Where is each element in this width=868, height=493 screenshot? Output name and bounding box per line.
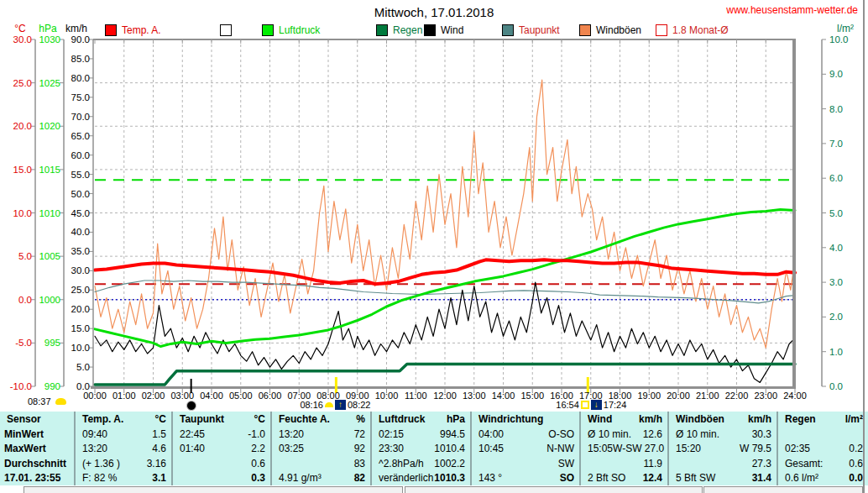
- cell-detail: 23:30: [379, 443, 404, 454]
- pressure-axis-tick-label: 990: [44, 381, 60, 391]
- table-cell: 23:301010.4: [372, 442, 470, 457]
- pressure-axis-tick-label: 995: [44, 338, 60, 348]
- wind-axis-tick-label: 5.0: [76, 362, 90, 372]
- column-header: Sensor: [7, 413, 41, 425]
- cell-value: 3.16: [120, 458, 166, 469]
- day-length-value: 08:37: [28, 396, 51, 406]
- chart-canvas: 30.025.020.015.010.05.00.0-5.0-10.010301…: [0, 0, 868, 412]
- pressure-axis-tick-label: 1010: [39, 208, 60, 218]
- cell-value: 12.6: [631, 428, 662, 440]
- row-label: 17.01. 23:55: [0, 471, 74, 486]
- sunrise-icon: [325, 402, 333, 407]
- column-unit: hPa: [425, 413, 465, 425]
- table-cell: 4.91 g/m³82: [272, 471, 370, 486]
- bottom-panel-strip: [0, 486, 868, 493]
- cell-value: 0.6: [823, 458, 863, 469]
- cell-detail: 09:40: [82, 428, 107, 440]
- table-column-sensor: SensorMinWertMaxWertDurchschnitt17.01. 2…: [0, 412, 74, 485]
- temp-axis-tick-label: 5.0: [18, 251, 32, 261]
- wind-axis-tick-label: 40.0: [71, 227, 90, 237]
- rain-axis-tick-label: 8.0: [829, 104, 843, 114]
- cell-value: O-SO: [504, 428, 574, 440]
- rain-axis-tick-label: 5.0: [829, 208, 843, 218]
- table-header-cell: Windböenkm/h: [669, 412, 776, 427]
- column-unit: km/h: [612, 413, 662, 425]
- table-column-windb-en: Windböenkm/hØ 10 min.30.315:20W 79.527.3…: [667, 412, 776, 485]
- cell-value: W-SW 27.0: [613, 443, 664, 454]
- wind-axis-tick-label: 25.0: [71, 285, 90, 295]
- panel-strip-segment: [703, 486, 863, 493]
- wind-axis-tick-label: 90.0: [71, 34, 90, 45]
- table-cell: 0.6: [173, 456, 270, 471]
- column-unit: %: [330, 413, 365, 425]
- temp-axis-title: °C: [14, 23, 26, 34]
- cell-value: SO: [502, 472, 574, 484]
- cell-detail: 01:40: [180, 443, 205, 454]
- table-cell: ^2.8hPa/h1002.2: [372, 456, 470, 471]
- cell-value: 31.4: [715, 472, 771, 484]
- table-header-cell: Temp. A.°C: [76, 412, 171, 427]
- cell-detail: Ø 10 min.: [588, 428, 631, 440]
- wind-axis-tick-label: 75.0: [71, 92, 90, 102]
- table-cell: 02:15994.5: [372, 427, 470, 442]
- cell-detail: 04:00: [478, 428, 504, 440]
- cell-detail: 143 °: [478, 472, 502, 484]
- moonrise-icon: ↑: [335, 400, 346, 410]
- column-header: Feuchte A.: [279, 413, 330, 425]
- table-column-temp-a-: Temp. A.°C09:401.513:204.6(+ 1.36 )3.16F…: [74, 412, 171, 485]
- cell-value: 1010.3: [433, 472, 465, 484]
- column-header: Luftdruck: [379, 413, 425, 425]
- table-cell: veränderlich1010.3: [372, 471, 470, 486]
- rain-axis-tick-label: 2.0: [829, 312, 843, 322]
- temp-axis-tick-label: 10.0: [13, 208, 32, 218]
- cell-detail: veränderlich: [379, 472, 433, 484]
- temp-axis-tick-label: 15.0: [13, 165, 32, 175]
- wind-axis-tick-label: 10.0: [71, 343, 90, 353]
- table-header-cell: Sensor: [0, 412, 74, 427]
- cell-value: N-NW: [504, 443, 574, 454]
- column-unit: l/m²: [816, 413, 863, 425]
- cell-detail: 03:25: [279, 443, 304, 454]
- cell-detail: 13:20: [279, 428, 304, 440]
- cell-value: 4.6: [107, 443, 166, 454]
- table-column-feuchte-a-: Feuchte A.%13:207203:2592834.91 g/m³82: [270, 412, 370, 485]
- cell-value: 2.2: [205, 443, 265, 454]
- cell-value: 0.3: [180, 472, 265, 484]
- column-unit: °C: [224, 413, 265, 425]
- wind-axis-title: km/h: [65, 23, 87, 34]
- temp-axis-tick-label: 25.0: [13, 78, 32, 88]
- rain-axis-tick-label: 4.0: [829, 243, 843, 253]
- wind-axis-tick-label: 35.0: [71, 246, 90, 256]
- cell-value: 994.5: [404, 428, 465, 440]
- table-header-cell: Taupunkt°C: [173, 412, 270, 427]
- cell-value: 0.2: [810, 443, 863, 454]
- cell-value: 30.3: [719, 428, 771, 440]
- cell-detail: 10:45: [478, 443, 504, 454]
- moonset-icon: ↓: [591, 400, 602, 410]
- wind-axis-tick-label: 80.0: [71, 73, 90, 83]
- cell-detail: 02:15: [379, 428, 404, 440]
- pressure-axis-tick-label: 1025: [39, 78, 60, 88]
- cell-value: 83: [279, 458, 365, 469]
- cell-detail: Ø 10 min.: [676, 428, 719, 440]
- row-label: Durchschnitt: [0, 456, 74, 471]
- wind-axis-tick-label: 85.0: [71, 54, 90, 64]
- cell-detail: 15:20: [676, 443, 701, 454]
- cell-value: SW: [478, 458, 574, 469]
- rain-axis-tick-label: 6.0: [829, 173, 843, 183]
- cell-value: 0.0: [818, 472, 863, 484]
- wind-axis-tick-label: 65.0: [71, 131, 90, 141]
- table-cell: (+ 1.36 )3.16: [76, 456, 171, 471]
- rain-axis-tick-label: 10.0: [829, 34, 848, 45]
- table-cell: 13:2072: [272, 427, 370, 442]
- cell-detail: Gesamt:: [785, 458, 823, 469]
- time-label: 24:00: [778, 391, 812, 401]
- cell-detail: 22:45: [180, 428, 205, 440]
- daylight-sun-icon: [55, 398, 66, 405]
- wind-axis-tick-label: 30.0: [71, 265, 90, 275]
- pressure-axis-tick-label: 1030: [39, 34, 60, 45]
- wind-axis-tick-label: 70.0: [71, 112, 90, 122]
- table-cell: 04:00O-SO: [472, 427, 579, 442]
- pressure-axis-tick-label: 1005: [39, 251, 60, 261]
- cell-detail: 15:05: [588, 443, 613, 454]
